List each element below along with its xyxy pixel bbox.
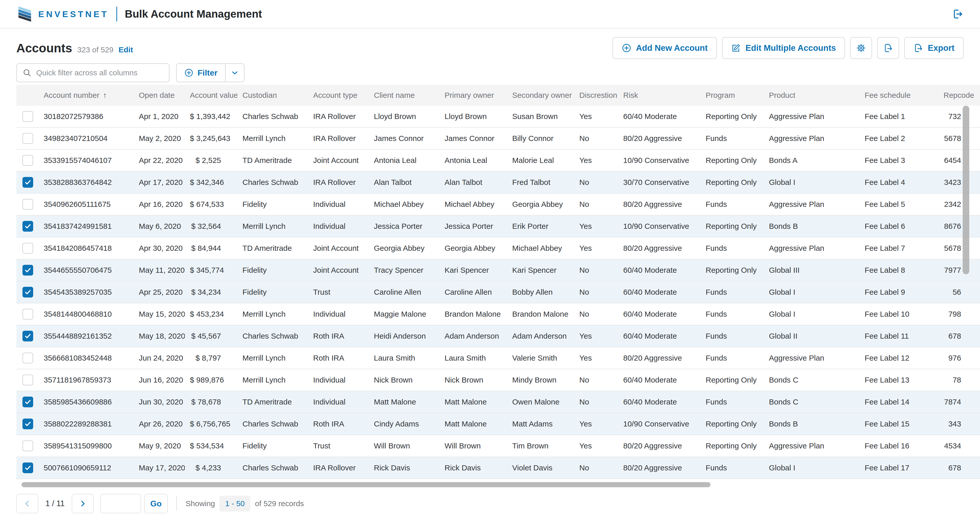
row-checkbox[interactable]	[22, 155, 33, 166]
header-program[interactable]: Program	[700, 85, 764, 106]
header-account-value[interactable]: Account value	[185, 85, 237, 106]
cell-repcode: 798	[939, 303, 980, 325]
row-checkbox[interactable]	[22, 419, 33, 429]
table-row[interactable]: 3544655550706475 May 11, 2020 $ 345,774 …	[16, 260, 980, 281]
row-checkbox[interactable]	[22, 462, 33, 473]
cell-product: Aggressive Plan	[764, 347, 859, 369]
row-checkbox[interactable]	[22, 111, 33, 122]
cell-discretion: No	[574, 303, 618, 325]
header-secondary-owner[interactable]: Secondary owner	[507, 85, 574, 106]
header-fee-schedule[interactable]: Fee schedule	[859, 85, 939, 106]
add-new-account-button[interactable]: Add New Account	[612, 37, 717, 59]
table-row[interactable]: 3571181967859373 Jun 16, 2020 $ 989,876 …	[16, 369, 980, 391]
row-checkbox[interactable]	[22, 265, 33, 276]
cell-risk: 60/40 Moderate	[618, 303, 700, 325]
logout-button[interactable]	[952, 8, 964, 20]
table-row[interactable]: 3548144800468810 May 15, 2020 $ 453,234 …	[16, 303, 980, 325]
table-row[interactable]: 3541837424991581 May 6, 2020 $ 32,564 Me…	[16, 215, 980, 238]
cell-custodian: Fidelity	[237, 194, 308, 215]
row-checkbox[interactable]	[22, 287, 33, 298]
header-risk[interactable]: Risk	[618, 85, 700, 106]
page-indicator: 1 / 11	[45, 499, 65, 508]
table-row[interactable]: 3589541315099800 May 9, 2020 $ 534,534 F…	[16, 435, 980, 457]
table-row[interactable]: 5007661090659112 May 17, 2020 $ 4,233 Ch…	[16, 457, 980, 479]
header-product[interactable]: Product	[764, 85, 859, 106]
checkmark-icon	[24, 333, 32, 340]
filter-dropdown-button[interactable]	[225, 64, 244, 82]
cell-account-number: 3538288363764842	[38, 172, 134, 194]
quick-filter-input[interactable]	[36, 69, 163, 77]
cell-client-name: Maggie Malone	[369, 303, 439, 325]
cell-custodian: Merrill Lynch	[237, 347, 308, 369]
header-client-name[interactable]: Client name	[369, 85, 439, 106]
cell-program: Reporting Only	[700, 260, 764, 281]
header-account-number[interactable]: Account number↑	[38, 85, 134, 106]
cell-custodian: TD Ameritrade	[237, 238, 308, 260]
cell-risk: 30/70 Conservative	[618, 172, 700, 194]
header-discretion[interactable]: Discrestion	[574, 85, 618, 106]
header-open-date[interactable]: Open date	[134, 85, 185, 106]
cell-secondary-owner: Malorie Leal	[507, 150, 574, 172]
row-checkbox-cell	[16, 238, 38, 260]
filter-button[interactable]: Filter	[177, 64, 225, 82]
table-row[interactable]: 3533915574046107 Apr 22, 2020 $ 2,525 TD…	[16, 150, 980, 172]
row-checkbox[interactable]	[22, 375, 33, 385]
cell-product: Aggressive Plan	[764, 435, 859, 457]
cell-account-type: Individual	[308, 303, 369, 325]
cell-repcode: 7874	[939, 391, 980, 413]
row-checkbox[interactable]	[22, 397, 33, 407]
export-button[interactable]: Export	[904, 37, 964, 59]
next-page-button[interactable]	[72, 494, 94, 513]
row-checkbox[interactable]	[22, 199, 33, 210]
cell-primary-owner: Jessica Porter	[439, 215, 507, 238]
edit-link[interactable]: Edit	[119, 45, 133, 54]
table-row[interactable]: 349823407210504 May 2, 2020 $ 3,245,643 …	[16, 128, 980, 150]
header-repcode[interactable]: Repcode	[939, 85, 980, 106]
cell-discretion: No	[574, 281, 618, 303]
table-row[interactable]: 3541842086457418 Apr 30, 2020 $ 84,944 T…	[16, 238, 980, 260]
cell-custodian: Charles Schwab	[237, 172, 308, 194]
header-primary-owner[interactable]: Primary owner	[439, 85, 507, 106]
cell-repcode: 3423	[939, 172, 980, 194]
cell-risk: 80/20 Aggressive	[618, 457, 700, 479]
table-row[interactable]: 3566681083452448 Jun 24, 2020 $ 8,797 Me…	[16, 347, 980, 369]
envestnet-logo-icon	[16, 5, 33, 24]
table-row[interactable]: 3545435389257035 Apr 25, 2020 $ 34,234 F…	[16, 281, 980, 303]
row-checkbox[interactable]	[22, 331, 33, 341]
vertical-scrollbar[interactable]	[963, 106, 969, 274]
showing-range: 1 - 50	[220, 496, 250, 512]
cell-fee-schedule: Fee Label 8	[859, 260, 939, 281]
import-button[interactable]	[877, 37, 899, 59]
table-row[interactable]: 3585985436609886 Jun 30, 2020 $ 78,678 T…	[16, 391, 980, 413]
row-checkbox[interactable]	[22, 133, 33, 144]
row-checkbox[interactable]	[22, 243, 33, 254]
quick-filter-box	[16, 63, 169, 82]
horizontal-scrollbar[interactable]	[21, 482, 711, 487]
table-row[interactable]: 3538288363764842 Apr 17, 2020 $ 342,346 …	[16, 172, 980, 194]
row-checkbox[interactable]	[22, 440, 33, 451]
table-row[interactable]: 3540962605111675 Apr 16, 2020 $ 674,533 …	[16, 194, 980, 215]
cell-program: Reporting Only	[700, 150, 764, 172]
settings-button[interactable]	[850, 37, 872, 59]
cell-custodian: Charles Schwab	[237, 106, 308, 128]
table-row[interactable]: 30182072579386 Apr 1, 2020 $ 1,393,442 C…	[16, 106, 980, 128]
header-custodian[interactable]: Custodian	[237, 85, 308, 106]
edit-multiple-accounts-button[interactable]: Edit Multiple Accounts	[722, 37, 845, 59]
row-checkbox[interactable]	[22, 309, 33, 319]
cell-repcode: 56	[939, 281, 980, 303]
cell-risk: 60/40 Moderate	[618, 281, 700, 303]
cell-client-name: Laura Smith	[369, 347, 439, 369]
row-checkbox[interactable]	[22, 177, 33, 188]
header-account-type[interactable]: Account type	[308, 85, 369, 106]
row-checkbox[interactable]	[22, 221, 33, 232]
row-checkbox[interactable]	[22, 353, 33, 364]
page-number-input[interactable]	[100, 494, 141, 513]
table-row[interactable]: 3554448892161352 May 18, 2020 $ 45,567 C…	[16, 325, 980, 347]
logout-icon	[952, 8, 964, 20]
cell-client-name: Caroline Allen	[369, 281, 439, 303]
previous-page-button[interactable]	[16, 494, 38, 513]
go-button[interactable]: Go	[144, 494, 168, 513]
cell-open-date: Apr 1, 2020	[134, 106, 185, 128]
cell-secondary-owner: Georgia Abbey	[507, 194, 574, 215]
table-row[interactable]: 3588022289288381 Apr 26, 2020 $ 6,756,76…	[16, 413, 980, 435]
